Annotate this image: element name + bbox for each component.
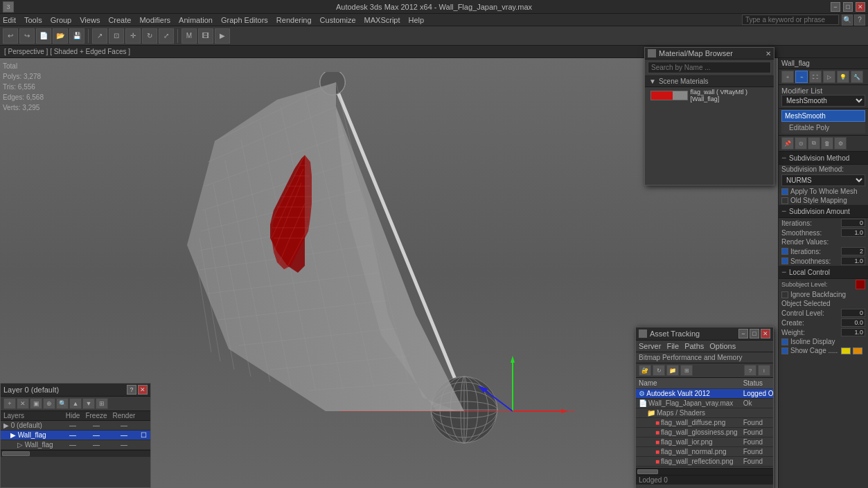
mat-search-input[interactable] — [648, 62, 771, 73]
asset-table-row[interactable]: 📄Wall_Flag_Japan_vray.max Ok — [636, 399, 773, 408]
menu-maxscript[interactable]: MAXScript — [364, 16, 400, 24]
layer-scroll-thumb[interactable] — [2, 451, 30, 456]
asset-max-button[interactable]: □ — [750, 329, 759, 338]
save-button[interactable]: 💾 — [69, 28, 85, 44]
layer-box-cell[interactable] — [138, 440, 150, 450]
scale-button[interactable]: ⤢ — [159, 28, 174, 44]
menu-help[interactable]: Help — [409, 16, 425, 24]
layer-hide-cell[interactable]: — — [63, 431, 83, 440]
configure-modifier-icon[interactable]: ⚙ — [834, 137, 847, 150]
material-editor-button[interactable]: M — [181, 28, 197, 44]
layer-box-cell[interactable]: ☐ — [138, 431, 150, 440]
asset-menu-server[interactable]: Server — [639, 342, 661, 350]
asset-table-row[interactable]: 📁Maps / Shaders — [636, 408, 773, 418]
pin-stack-icon[interactable]: 📌 — [781, 137, 794, 150]
display-tab-icon[interactable]: 💡 — [837, 71, 849, 83]
layer-render-cell[interactable]: — — [110, 440, 139, 450]
iterations-input[interactable] — [841, 219, 865, 227]
menu-rendering[interactable]: Rendering — [276, 16, 312, 24]
move-button[interactable]: ✛ — [125, 28, 141, 44]
scene-materials-header[interactable]: ▼ Scene Materials — [645, 76, 774, 87]
render-iterations-input[interactable] — [841, 247, 865, 255]
asset-min-button[interactable]: − — [738, 329, 748, 338]
layer-find-btn[interactable]: 🔍 — [56, 398, 69, 409]
hierarchy-tab-icon[interactable]: ⛶ — [809, 71, 822, 83]
asset-table-row[interactable]: ■flag_wall_reflection.png Found — [636, 457, 773, 467]
show-cage-checkbox[interactable] — [781, 347, 788, 354]
asset-expand-icon[interactable]: ⊞ — [680, 365, 693, 376]
show-end-result-icon[interactable]: ⊙ — [795, 137, 807, 150]
create-tab-icon[interactable]: + — [781, 71, 794, 83]
menu-group[interactable]: Group — [51, 16, 72, 24]
layer-new-btn[interactable]: + — [3, 398, 16, 409]
window-controls[interactable]: − □ ✕ — [831, 2, 868, 12]
layer-up-btn[interactable]: ▲ — [69, 398, 82, 409]
layer-add-selected-btn[interactable]: ⊕ — [43, 398, 55, 409]
render-iterations-checkbox[interactable] — [781, 248, 788, 255]
asset-table-row[interactable]: ■flag_wall_glossiness.png Found — [636, 428, 773, 437]
search-icon[interactable]: 🔍 — [842, 15, 853, 26]
asset-menu-paths[interactable]: Paths — [684, 342, 704, 350]
layer-table-row[interactable]: ▶ 0 (default) — — — — [1, 421, 150, 431]
maximize-button[interactable]: □ — [843, 2, 853, 12]
create-input[interactable] — [841, 318, 865, 327]
menu-tools[interactable]: Tools — [24, 16, 42, 24]
control-level-input[interactable] — [841, 309, 865, 317]
menu-views[interactable]: Views — [80, 16, 100, 24]
menu-animation[interactable]: Animation — [179, 16, 213, 24]
asset-table-row[interactable]: ■flag_wall_diffuse.png Found — [636, 418, 773, 428]
select-region-button[interactable]: ⊡ — [109, 28, 124, 44]
layer-delete-btn[interactable]: ✕ — [17, 398, 29, 409]
layer-hide-cell[interactable]: — — [63, 421, 83, 431]
old-style-mapping-checkbox[interactable] — [781, 197, 788, 204]
render-button[interactable]: ▶ — [215, 28, 230, 44]
layer-close-button[interactable]: ✕ — [138, 385, 148, 395]
asset-table-row[interactable]: ■flag_wall_normal.png Found — [636, 447, 773, 457]
select-object-button[interactable]: ↗ — [92, 28, 107, 44]
render-smoothness-input[interactable] — [841, 257, 865, 265]
asset-refresh-icon[interactable]: ↻ — [653, 365, 665, 376]
asset-close-button[interactable]: ✕ — [761, 329, 770, 338]
layer-render-cell[interactable]: — — [110, 431, 139, 440]
layer-hide-cell[interactable]: — — [63, 440, 83, 450]
layer-freeze-cell[interactable]: — — [82, 431, 109, 440]
modifier-meshsmooth[interactable]: MeshSmooth — [781, 110, 865, 122]
modifier-editable-poly[interactable]: Editable Poly — [781, 122, 865, 134]
layer-render-cell[interactable]: — — [110, 421, 139, 431]
smoothness-input[interactable] — [841, 228, 865, 237]
render-setup-button[interactable]: 🎞 — [198, 28, 213, 44]
layer-scrollbar[interactable] — [1, 450, 150, 457]
isoline-display-checkbox[interactable] — [781, 338, 788, 345]
subdivision-amount-section[interactable]: Subdivision Amount — [779, 205, 868, 218]
menu-customize[interactable]: Customize — [320, 16, 356, 24]
subdivision-method-dropdown[interactable]: NURMS — [781, 174, 865, 186]
mat-item-flag-wall[interactable]: flag_wall ( VRayMtl ) [Wall_flag] — [645, 87, 774, 104]
rotate-button[interactable]: ↻ — [142, 28, 157, 44]
asset-menu-file[interactable]: File — [666, 342, 679, 350]
render-smoothness-checkbox[interactable] — [781, 257, 788, 264]
asset-menu-options[interactable]: Options — [709, 342, 736, 350]
asset-browse-icon[interactable]: 📁 — [666, 365, 679, 376]
layer-expand-btn[interactable]: ⊞ — [96, 398, 108, 409]
layer-help-button[interactable]: ? — [127, 385, 136, 395]
material-browser-close[interactable]: ✕ — [765, 50, 771, 57]
asset-scroll-thumb[interactable] — [637, 469, 658, 474]
layer-freeze-cell[interactable]: — — [82, 421, 109, 431]
help-icon[interactable]: ? — [854, 15, 865, 26]
asset-table-row[interactable]: ⚙ Autodesk Vault 2012 Logged O — [636, 389, 773, 399]
undo-button[interactable]: ↩ — [3, 28, 18, 44]
layer-down-btn[interactable]: ▼ — [82, 398, 95, 409]
weight-input[interactable] — [841, 328, 865, 336]
minimize-button[interactable]: − — [831, 2, 840, 12]
asset-table-row[interactable]: ■flag_wall_ior.png Found — [636, 437, 773, 447]
modify-tab-icon[interactable]: ⌁ — [795, 71, 808, 83]
asset-vault-icon[interactable]: 🔐 — [639, 365, 651, 376]
layer-table-row[interactable]: ▶ Wall_flag — — — ☐ — [1, 431, 150, 440]
subdivision-method-section[interactable]: Subdivision Method — [779, 152, 868, 165]
menu-graph-editors[interactable]: Graph Editors — [221, 16, 268, 24]
close-button[interactable]: ✕ — [856, 2, 865, 12]
layer-select-btn[interactable]: ▣ — [30, 398, 42, 409]
ignore-backfacing-checkbox[interactable] — [781, 291, 788, 298]
asset-help-icon[interactable]: ? — [744, 365, 756, 376]
utilities-tab-icon[interactable]: 🔧 — [851, 71, 863, 83]
